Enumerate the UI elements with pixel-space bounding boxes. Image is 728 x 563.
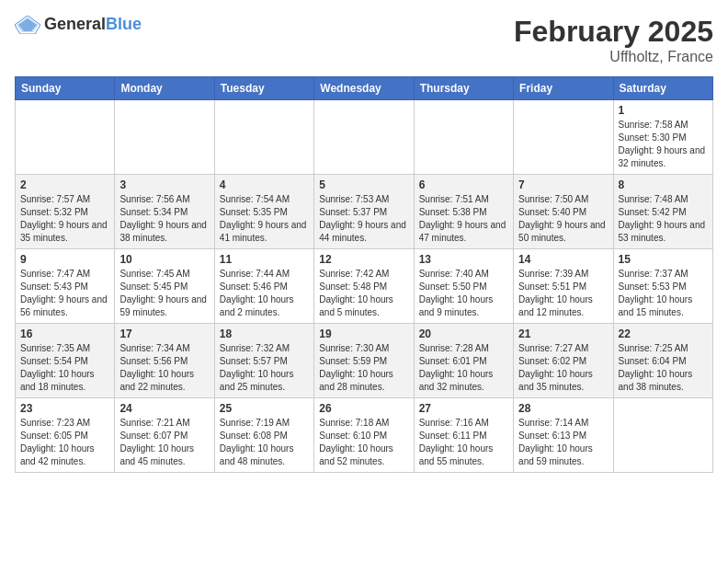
day-number: 21 bbox=[518, 327, 608, 340]
logo-blue-text: Blue bbox=[106, 15, 142, 33]
day-info: Sunrise: 7:53 AM Sunset: 5:37 PM Dayligh… bbox=[319, 193, 408, 245]
day-cell: 25Sunrise: 7:19 AM Sunset: 6:08 PM Dayli… bbox=[214, 398, 313, 473]
logo: GeneralBlue bbox=[15, 15, 142, 34]
day-number: 1 bbox=[619, 104, 708, 117]
day-number: 9 bbox=[20, 253, 109, 266]
day-info: Sunrise: 7:54 AM Sunset: 5:35 PM Dayligh… bbox=[220, 193, 309, 245]
day-info: Sunrise: 7:42 AM Sunset: 5:48 PM Dayligh… bbox=[319, 268, 408, 319]
day-info: Sunrise: 7:50 AM Sunset: 5:40 PM Dayligh… bbox=[518, 193, 608, 245]
weekday-header-saturday: Saturday bbox=[613, 77, 712, 100]
day-cell bbox=[414, 100, 513, 175]
day-number: 16 bbox=[20, 327, 109, 340]
day-info: Sunrise: 7:16 AM Sunset: 6:11 PM Dayligh… bbox=[419, 417, 508, 468]
day-cell: 28Sunrise: 7:14 AM Sunset: 6:13 PM Dayli… bbox=[514, 398, 613, 473]
day-info: Sunrise: 7:14 AM Sunset: 6:13 PM Dayligh… bbox=[518, 417, 608, 468]
day-info: Sunrise: 7:40 AM Sunset: 5:50 PM Dayligh… bbox=[419, 268, 508, 319]
day-number: 2 bbox=[20, 178, 109, 191]
day-cell: 14Sunrise: 7:39 AM Sunset: 5:51 PM Dayli… bbox=[514, 249, 613, 324]
week-row-4: 16Sunrise: 7:35 AM Sunset: 5:54 PM Dayli… bbox=[16, 324, 713, 398]
weekday-header-sunday: Sunday bbox=[16, 77, 115, 100]
day-cell: 11Sunrise: 7:44 AM Sunset: 5:46 PM Dayli… bbox=[214, 249, 313, 324]
day-info: Sunrise: 7:37 AM Sunset: 5:53 PM Dayligh… bbox=[619, 268, 708, 319]
day-cell: 8Sunrise: 7:48 AM Sunset: 5:42 PM Daylig… bbox=[613, 175, 712, 249]
weekday-header-row: SundayMondayTuesdayWednesdayThursdayFrid… bbox=[16, 77, 713, 100]
day-info: Sunrise: 7:30 AM Sunset: 5:59 PM Dayligh… bbox=[319, 342, 408, 394]
week-row-5: 23Sunrise: 7:23 AM Sunset: 6:05 PM Dayli… bbox=[16, 398, 713, 473]
day-cell: 9Sunrise: 7:47 AM Sunset: 5:43 PM Daylig… bbox=[16, 249, 115, 324]
week-row-1: 1Sunrise: 7:58 AM Sunset: 5:30 PM Daylig… bbox=[16, 100, 713, 175]
weekday-header-monday: Monday bbox=[115, 77, 214, 100]
day-number: 13 bbox=[419, 253, 508, 266]
day-number: 19 bbox=[319, 327, 408, 340]
day-cell bbox=[16, 100, 115, 175]
day-info: Sunrise: 7:39 AM Sunset: 5:51 PM Dayligh… bbox=[518, 268, 608, 319]
day-cell: 22Sunrise: 7:25 AM Sunset: 6:04 PM Dayli… bbox=[613, 324, 712, 398]
day-cell bbox=[613, 398, 712, 473]
weekday-header-wednesday: Wednesday bbox=[314, 77, 414, 100]
day-cell: 5Sunrise: 7:53 AM Sunset: 5:37 PM Daylig… bbox=[314, 175, 414, 249]
day-cell: 7Sunrise: 7:50 AM Sunset: 5:40 PM Daylig… bbox=[514, 175, 613, 249]
day-number: 20 bbox=[419, 327, 508, 340]
day-number: 4 bbox=[220, 178, 309, 191]
day-cell: 12Sunrise: 7:42 AM Sunset: 5:48 PM Dayli… bbox=[314, 249, 414, 324]
day-info: Sunrise: 7:23 AM Sunset: 6:05 PM Dayligh… bbox=[20, 417, 109, 468]
day-cell: 4Sunrise: 7:54 AM Sunset: 5:35 PM Daylig… bbox=[214, 175, 313, 249]
day-info: Sunrise: 7:51 AM Sunset: 5:38 PM Dayligh… bbox=[419, 193, 508, 245]
day-number: 22 bbox=[619, 327, 708, 340]
day-info: Sunrise: 7:21 AM Sunset: 6:07 PM Dayligh… bbox=[119, 417, 209, 468]
day-info: Sunrise: 7:25 AM Sunset: 6:04 PM Dayligh… bbox=[619, 342, 708, 394]
day-number: 24 bbox=[119, 402, 209, 415]
day-cell: 16Sunrise: 7:35 AM Sunset: 5:54 PM Dayli… bbox=[16, 324, 115, 398]
day-info: Sunrise: 7:48 AM Sunset: 5:42 PM Dayligh… bbox=[619, 193, 708, 245]
day-number: 26 bbox=[319, 402, 408, 415]
day-cell: 21Sunrise: 7:27 AM Sunset: 6:02 PM Dayli… bbox=[514, 324, 613, 398]
day-cell: 6Sunrise: 7:51 AM Sunset: 5:38 PM Daylig… bbox=[414, 175, 513, 249]
day-number: 15 bbox=[619, 253, 708, 266]
day-number: 6 bbox=[419, 178, 508, 191]
day-cell: 2Sunrise: 7:57 AM Sunset: 5:32 PM Daylig… bbox=[16, 175, 115, 249]
day-cell: 19Sunrise: 7:30 AM Sunset: 5:59 PM Dayli… bbox=[314, 324, 414, 398]
day-number: 8 bbox=[619, 178, 708, 191]
day-cell bbox=[314, 100, 414, 175]
day-cell: 3Sunrise: 7:56 AM Sunset: 5:34 PM Daylig… bbox=[115, 175, 214, 249]
day-number: 17 bbox=[119, 327, 209, 340]
weekday-header-friday: Friday bbox=[514, 77, 613, 100]
logo-general-text: General bbox=[44, 15, 106, 33]
day-info: Sunrise: 7:35 AM Sunset: 5:54 PM Dayligh… bbox=[20, 342, 109, 394]
day-info: Sunrise: 7:34 AM Sunset: 5:56 PM Dayligh… bbox=[119, 342, 209, 394]
weekday-header-thursday: Thursday bbox=[414, 77, 513, 100]
page-header: GeneralBlue February 2025 Uffholtz, Fran… bbox=[15, 15, 713, 65]
week-row-3: 9Sunrise: 7:47 AM Sunset: 5:43 PM Daylig… bbox=[16, 249, 713, 324]
day-info: Sunrise: 7:28 AM Sunset: 6:01 PM Dayligh… bbox=[419, 342, 508, 394]
day-number: 7 bbox=[518, 178, 608, 191]
day-cell: 23Sunrise: 7:23 AM Sunset: 6:05 PM Dayli… bbox=[16, 398, 115, 473]
day-info: Sunrise: 7:45 AM Sunset: 5:45 PM Dayligh… bbox=[119, 268, 209, 319]
day-cell: 18Sunrise: 7:32 AM Sunset: 5:57 PM Dayli… bbox=[214, 324, 313, 398]
logo-icon bbox=[15, 16, 40, 34]
day-cell bbox=[214, 100, 313, 175]
day-cell: 26Sunrise: 7:18 AM Sunset: 6:10 PM Dayli… bbox=[314, 398, 414, 473]
day-number: 12 bbox=[319, 253, 408, 266]
day-number: 10 bbox=[119, 253, 209, 266]
day-info: Sunrise: 7:32 AM Sunset: 5:57 PM Dayligh… bbox=[220, 342, 309, 394]
day-info: Sunrise: 7:56 AM Sunset: 5:34 PM Dayligh… bbox=[119, 193, 209, 245]
day-number: 11 bbox=[220, 253, 309, 266]
day-cell: 20Sunrise: 7:28 AM Sunset: 6:01 PM Dayli… bbox=[414, 324, 513, 398]
month-year-title: February 2025 bbox=[514, 15, 713, 49]
day-cell: 1Sunrise: 7:58 AM Sunset: 5:30 PM Daylig… bbox=[613, 100, 712, 175]
week-row-2: 2Sunrise: 7:57 AM Sunset: 5:32 PM Daylig… bbox=[16, 175, 713, 249]
day-number: 27 bbox=[419, 402, 508, 415]
day-cell: 10Sunrise: 7:45 AM Sunset: 5:45 PM Dayli… bbox=[115, 249, 214, 324]
day-cell bbox=[514, 100, 613, 175]
day-info: Sunrise: 7:57 AM Sunset: 5:32 PM Dayligh… bbox=[20, 193, 109, 245]
day-info: Sunrise: 7:44 AM Sunset: 5:46 PM Dayligh… bbox=[220, 268, 309, 319]
day-number: 18 bbox=[220, 327, 309, 340]
day-info: Sunrise: 7:18 AM Sunset: 6:10 PM Dayligh… bbox=[319, 417, 408, 468]
day-cell: 24Sunrise: 7:21 AM Sunset: 6:07 PM Dayli… bbox=[115, 398, 214, 473]
day-number: 14 bbox=[518, 253, 608, 266]
day-info: Sunrise: 7:27 AM Sunset: 6:02 PM Dayligh… bbox=[518, 342, 608, 394]
day-number: 25 bbox=[220, 402, 309, 415]
day-number: 3 bbox=[119, 178, 209, 191]
day-info: Sunrise: 7:19 AM Sunset: 6:08 PM Dayligh… bbox=[220, 417, 309, 468]
day-number: 23 bbox=[20, 402, 109, 415]
